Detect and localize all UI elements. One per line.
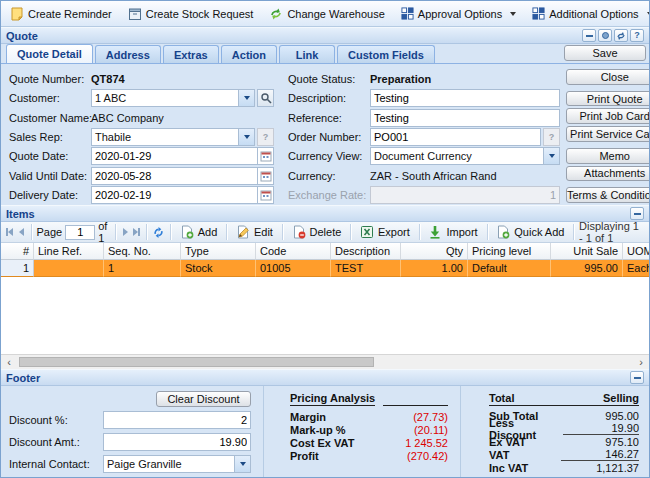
footer-minimize-button[interactable] [630,371,644,384]
quote-date-field[interactable] [91,147,274,165]
tab-link[interactable]: Link [279,45,335,63]
col-header-seq-no[interactable]: Seq. No. [104,243,181,260]
print-job-card-button[interactable]: Print Job Card [566,108,650,124]
import-button[interactable]: Import [424,224,481,240]
col-header-description[interactable]: Description [331,243,401,260]
customer-dropdown-trigger[interactable] [238,90,254,106]
create-reminder-button[interactable]: Create Reminder [4,5,118,23]
discount-amt-input[interactable] [103,433,251,451]
org-grid-icon [532,7,545,20]
reference-input[interactable] [370,109,560,127]
prev-page-button[interactable] [17,228,26,236]
currency-view-dropdown-trigger[interactable] [543,148,559,164]
sales-rep-combo[interactable]: Thabile [91,128,255,146]
tab-address[interactable]: Address [95,45,161,63]
col-header-line-ref[interactable]: Line Ref. [34,243,104,260]
minimize-button[interactable] [582,29,596,42]
currency-view-combo[interactable]: Document Currency [370,147,560,165]
print-service-card-button[interactable]: Print Service Card [566,126,650,142]
delete-button[interactable]: Delete [288,224,346,240]
last-page-button[interactable] [133,228,142,236]
cell-num: 1 [1,260,34,277]
internal-contact-dropdown-trigger[interactable] [234,456,250,472]
minimize-icon [634,377,641,379]
horizontal-scrollbar[interactable]: ‹ › [1,354,649,369]
delivery-date-input[interactable] [92,187,257,203]
attachments-button[interactable]: Attachments [566,166,650,182]
import-arrow-icon [428,225,442,239]
customer-combo[interactable]: 1 ABC [91,89,255,107]
grid-refresh-button[interactable] [152,226,165,239]
items-minimize-button[interactable] [630,207,644,220]
items-grid-header: # Line Ref. Seq. No. Type Code Descripti… [1,243,649,260]
cell-qty: 1.00 [401,260,468,277]
settings-button[interactable] [598,29,612,42]
scroll-left-arrow[interactable]: ‹ [1,356,17,369]
delivery-date-picker-trigger[interactable] [257,187,273,203]
quote-form: Quote Number: QT874 Customer: 1 ABC Cust… [1,64,649,205]
totals-col-label: Total [489,392,514,404]
scroll-right-arrow[interactable]: › [633,356,649,369]
col-header-qty[interactable]: Qty [401,243,468,260]
footer-panel-header: Footer [1,369,649,386]
description-input[interactable] [370,89,560,107]
markup-value: (20.11) [414,424,448,436]
valid-until-date-picker-trigger[interactable] [257,168,273,184]
scrollbar-thumb[interactable] [19,357,374,367]
sticky-note-icon [10,7,24,21]
col-header-unit-sale[interactable]: Unit Sale [551,243,623,260]
export-button[interactable]: Export [356,224,414,240]
print-quote-button[interactable]: Print Quote [566,91,650,107]
cell-type: Stock [181,260,256,277]
vat-value: 146.27 [561,448,639,461]
col-header-num[interactable]: # [1,243,34,260]
quote-date-label: Quote Date: [9,150,91,162]
create-stock-request-button[interactable]: Create Stock Request [122,5,260,23]
change-warehouse-button[interactable]: Change Warehouse [263,5,390,23]
terms-conditions-button[interactable]: Terms & Conditions [566,187,650,203]
inc-vat-value: 1,121.37 [561,462,639,474]
order-number-label: Order Number: [288,131,370,143]
delivery-date-field[interactable] [91,186,274,204]
chevron-down-icon [240,462,246,466]
first-page-button[interactable] [5,228,14,236]
customer-lookup-button[interactable] [257,89,274,107]
help-button[interactable]: ? [630,29,644,42]
col-header-pricing-level[interactable]: Pricing level [468,243,551,260]
currency-value: ZAR - South African Rand [370,170,497,182]
pricing-analysis-section: Pricing Analysis Margin (27.73) Mark-up … [264,386,461,477]
memo-button[interactable]: Memo [566,148,650,164]
sales-rep-dropdown-trigger[interactable] [238,129,254,145]
order-number-input[interactable] [370,128,541,146]
col-header-uom[interactable]: UOM [623,243,650,260]
tab-extras[interactable]: Extras [163,45,219,63]
save-button[interactable]: Save [564,45,646,61]
first-page-icon [8,228,13,236]
add-button[interactable]: Add [176,224,222,240]
quote-date-input[interactable] [92,148,257,164]
discount-pct-input[interactable] [103,411,251,429]
clear-discount-button[interactable]: Clear Discount [156,391,251,407]
chevron-down-icon [244,135,250,139]
margin-value: (27.73) [413,411,448,423]
tab-quote-detail[interactable]: Quote Detail [6,44,93,63]
approval-options-button[interactable]: Approval Options [395,5,522,22]
minimize-icon [586,35,593,37]
valid-until-date-input[interactable] [92,168,257,184]
tab-action[interactable]: Action [221,45,277,63]
tab-custom-fields[interactable]: Custom Fields [337,45,435,63]
col-header-type[interactable]: Type [181,243,256,260]
close-button[interactable]: Close [566,69,650,85]
quick-add-button[interactable]: Quick Add [492,224,568,240]
quote-date-picker-trigger[interactable] [257,148,273,164]
col-header-code[interactable]: Code [256,243,331,260]
edit-button[interactable]: Edit [232,224,277,240]
valid-until-date-field[interactable] [91,167,274,185]
approval-options-label: Approval Options [418,8,502,20]
refresh-button[interactable] [614,29,628,42]
table-row[interactable]: 1 1 Stock 01005 TEST 1.00 Default 995.00… [1,260,649,277]
internal-contact-combo[interactable]: Paige Granville [103,455,251,473]
next-page-button[interactable] [121,228,130,236]
page-number-input[interactable] [65,225,95,240]
additional-options-button[interactable]: Additional Options [526,5,650,22]
